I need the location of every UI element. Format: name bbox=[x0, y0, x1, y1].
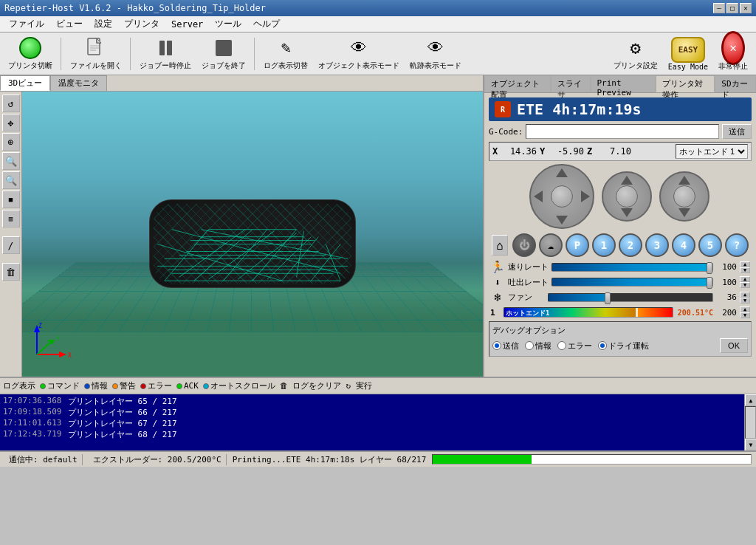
stop-job-button[interactable]: ジョブを終了 bbox=[198, 35, 250, 73]
scale-tool-button[interactable]: ⊕ bbox=[2, 133, 20, 151]
menu-file[interactable]: ファイル bbox=[3, 16, 50, 32]
log-show-item[interactable]: ログ表示 bbox=[3, 380, 35, 391]
p-button[interactable]: P bbox=[566, 233, 589, 257]
log-command-item[interactable]: コマンド bbox=[40, 380, 80, 391]
speed-spin-up[interactable]: ▲ bbox=[740, 261, 750, 267]
debug-opt-error[interactable]: エラー bbox=[557, 340, 592, 352]
debug-ok-button[interactable]: OK bbox=[720, 338, 748, 353]
zoom-in-button[interactable]: 🔍 bbox=[2, 152, 20, 170]
pause-icon bbox=[154, 37, 177, 59]
tab-print-preview[interactable]: Print Preview bbox=[591, 75, 656, 92]
close-button[interactable]: ✕ bbox=[740, 3, 752, 13]
tab-sd-card[interactable]: SDカード bbox=[715, 75, 756, 92]
track-view-button[interactable]: 👁 軌跡表示モード bbox=[406, 35, 465, 73]
hotend-select[interactable]: ホットエンド 1 bbox=[676, 144, 748, 159]
speed-slider-track[interactable] bbox=[551, 263, 713, 272]
emergency-stop-button[interactable]: ✕ 非常停止 bbox=[715, 35, 752, 73]
maximize-button[interactable]: □ bbox=[726, 3, 738, 13]
side-view-button[interactable]: ▥ bbox=[2, 210, 20, 227]
tab-temp-monitor[interactable]: 温度モニタ bbox=[50, 75, 107, 91]
log-ack-item[interactable]: ACK bbox=[176, 381, 199, 391]
jog-right-button[interactable] bbox=[581, 191, 590, 202]
printer-settings-button[interactable]: ⚙ プリンタ設定 bbox=[610, 35, 662, 73]
hotend-spin-down[interactable]: ▼ bbox=[740, 312, 750, 318]
preset-4-button[interactable]: 4 bbox=[672, 233, 695, 257]
easy-mode-button[interactable]: EASY Easy Mode bbox=[664, 35, 712, 73]
log-warning-item[interactable]: 警告 bbox=[112, 380, 136, 391]
fan-slider-thumb[interactable] bbox=[605, 292, 611, 304]
scroll-down-button[interactable]: ▼ bbox=[745, 439, 756, 450]
debug-opt-dry-run[interactable]: ドライ運転 bbox=[598, 340, 649, 352]
debug-opt-send[interactable]: 送信 bbox=[492, 340, 519, 352]
open-file-button[interactable]: ファイルを開く bbox=[66, 35, 126, 73]
delete-tool-button[interactable]: 🗑 bbox=[2, 263, 20, 281]
extrusion-spin-up[interactable]: ▲ bbox=[740, 276, 750, 282]
fan-spin-down[interactable]: ▼ bbox=[740, 298, 750, 304]
jog-left-button[interactable] bbox=[534, 191, 543, 202]
draw-tool-button[interactable]: / bbox=[2, 236, 20, 254]
tab-printer-operation[interactable]: プリンタ対操作 bbox=[656, 75, 715, 92]
file-icon bbox=[84, 37, 108, 59]
log-info-item[interactable]: 情報 bbox=[84, 380, 108, 391]
menu-help[interactable]: ヘルプ bbox=[247, 16, 286, 32]
gcode-input[interactable] bbox=[526, 124, 719, 139]
menu-tools[interactable]: ツール bbox=[209, 16, 247, 32]
z-jog-up-button[interactable] bbox=[621, 176, 633, 185]
tab-3d-view[interactable]: 3Dビュー bbox=[0, 75, 50, 91]
e-jog-down-button[interactable] bbox=[678, 208, 690, 217]
fan-button[interactable]: ☁ bbox=[539, 233, 563, 257]
status-progress-fill bbox=[433, 455, 532, 464]
log-line: 17:11:01.613 プリントレイヤー 67 / 217 bbox=[3, 418, 741, 429]
menu-printer[interactable]: プリンタ bbox=[118, 16, 165, 32]
rotate-tool-button[interactable]: ↺ bbox=[2, 95, 20, 112]
preset-2-button[interactable]: 2 bbox=[619, 233, 642, 257]
status-bar: 通信中: default エクストルーダー: 200.5/200°C Print… bbox=[0, 450, 756, 467]
move-tool-button[interactable]: ✥ bbox=[2, 114, 20, 131]
help-button[interactable]: ? bbox=[725, 233, 749, 257]
log-error-item[interactable]: エラー bbox=[140, 380, 172, 391]
power-button[interactable]: ⏻ bbox=[512, 233, 536, 257]
gcode-send-button[interactable]: 送信 bbox=[722, 124, 752, 139]
debug-opt-info[interactable]: 情報 bbox=[525, 340, 551, 352]
extrusion-spin-down[interactable]: ▼ bbox=[740, 282, 750, 288]
preset-5-button[interactable]: 5 bbox=[698, 233, 722, 257]
log-run-item[interactable]: ↻ 実行 bbox=[346, 380, 372, 391]
e-jog-center bbox=[673, 185, 695, 208]
zoom-out-button[interactable]: 🔍 bbox=[2, 171, 20, 189]
extrusion-slider-thumb[interactable] bbox=[707, 277, 712, 289]
hotend-setpoint: 200 bbox=[716, 308, 737, 318]
hotend-spin-up[interactable]: ▲ bbox=[740, 306, 750, 312]
eye-icon: 👁 bbox=[347, 37, 371, 59]
z-jog-bg bbox=[602, 171, 652, 222]
front-view-button[interactable]: ■ bbox=[2, 191, 20, 208]
fan-spin-up[interactable]: ▲ bbox=[740, 292, 750, 298]
log-switch-button[interactable]: ✎ ログ表示切替 bbox=[260, 35, 312, 73]
tab-slicer[interactable]: スライサ bbox=[551, 75, 591, 92]
menu-server[interactable]: Server bbox=[165, 18, 209, 31]
jog-up-button[interactable] bbox=[556, 168, 568, 177]
scroll-up-button[interactable]: ▲ bbox=[745, 394, 756, 406]
minimize-button[interactable]: – bbox=[713, 3, 725, 13]
fan-slider-track[interactable] bbox=[548, 293, 713, 302]
log-clear-item[interactable]: 🗑 ログをクリア bbox=[280, 380, 342, 391]
viewport[interactable]: X Z Y bbox=[22, 92, 483, 377]
e-jog-up-button[interactable] bbox=[678, 176, 690, 185]
log-autoscroll-item[interactable]: オートスクロール bbox=[203, 380, 275, 391]
speed-spin-down[interactable]: ▼ bbox=[740, 267, 750, 273]
object-view-button[interactable]: 👁 オブジェクト表示モード bbox=[315, 35, 403, 73]
extrusion-spinner: ▲ ▼ bbox=[740, 276, 750, 288]
printer-connect-button[interactable]: プリンタ切断 bbox=[4, 35, 56, 73]
tab-object-placement[interactable]: オブジェクト配置 bbox=[484, 75, 551, 92]
pause-job-button[interactable]: ジョブー時停止 bbox=[136, 35, 195, 73]
menu-settings[interactable]: 設定 bbox=[89, 16, 118, 32]
fan-slider-icon: ❄ bbox=[490, 290, 505, 304]
menu-view[interactable]: ビュー bbox=[50, 16, 89, 32]
z-jog-down-button[interactable] bbox=[621, 208, 633, 217]
speed-slider-thumb[interactable] bbox=[707, 262, 712, 274]
extrusion-slider-track[interactable] bbox=[551, 278, 713, 287]
scroll-track[interactable] bbox=[745, 406, 756, 439]
preset-1-button[interactable]: 1 bbox=[592, 233, 616, 257]
preset-3-button[interactable]: 3 bbox=[645, 233, 669, 257]
home-button[interactable]: ⌂ bbox=[492, 235, 508, 256]
jog-down-button[interactable] bbox=[556, 216, 568, 224]
